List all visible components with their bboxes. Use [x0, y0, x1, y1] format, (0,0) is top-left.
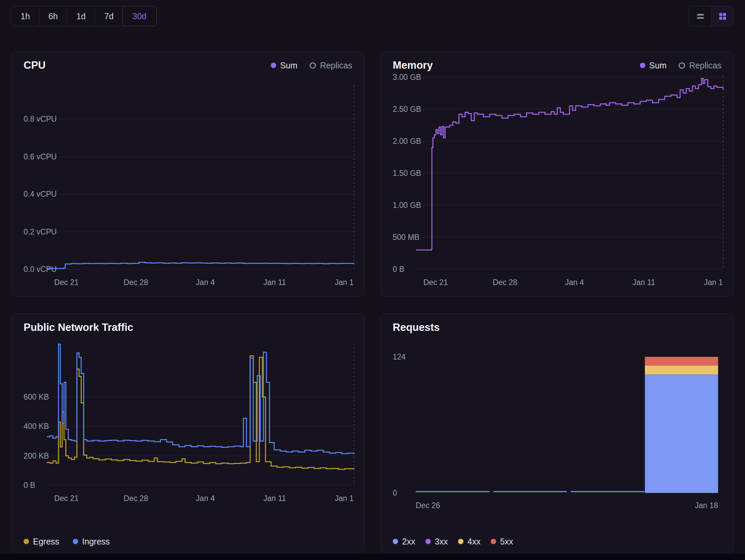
bottom-strip — [0, 554, 745, 560]
svg-text:0.2 vCPU: 0.2 vCPU — [24, 227, 57, 236]
svg-text:1.50 GB: 1.50 GB — [393, 169, 421, 178]
egress-dot-icon — [24, 539, 29, 544]
svg-text:Jan 11: Jan 11 — [633, 278, 655, 287]
svg-text:0 B: 0 B — [24, 481, 35, 490]
svg-text:Dec 21: Dec 21 — [54, 278, 79, 287]
cpu-chart[interactable]: 0.0 vCPU0.2 vCPU0.4 vCPU0.6 vCPU0.8 vCPU… — [11, 72, 364, 296]
network-traffic-title: Public Network Traffic — [24, 321, 133, 334]
requests-panel: Requests 0124Dec 26Jan 18 2xx 3xx 4xx 5x… — [380, 313, 734, 553]
status-4xx-dot-icon — [458, 539, 463, 544]
legend-4xx-label: 4xx — [467, 537, 481, 547]
toolbar: 1h 6h 1d 7d 30d — [0, 0, 745, 26]
svg-text:Dec 28: Dec 28 — [124, 494, 148, 503]
requests-title: Requests — [393, 321, 440, 334]
svg-text:Jan 11: Jan 11 — [263, 278, 286, 287]
svg-text:600 KB: 600 KB — [24, 393, 49, 401]
time-range-selector: 1h 6h 1d 7d 30d — [11, 6, 157, 26]
legend-egress[interactable]: Egress — [24, 537, 59, 547]
svg-text:0 B: 0 B — [393, 265, 404, 274]
status-5xx-dot-icon — [491, 539, 496, 544]
legend-sum-label: Sum — [649, 61, 667, 70]
svg-text:Jan 1: Jan 1 — [704, 278, 723, 287]
svg-text:0: 0 — [393, 489, 397, 497]
svg-text:0.8 vCPU: 0.8 vCPU — [24, 115, 57, 123]
svg-text:Jan 18: Jan 18 — [695, 501, 718, 510]
svg-text:Jan 4: Jan 4 — [196, 494, 215, 503]
legend-replicas[interactable]: Replicas — [679, 61, 721, 70]
legend-sum[interactable]: Sum — [640, 61, 667, 70]
range-button-7d[interactable]: 7d — [95, 6, 123, 26]
memory-panel-header: Memory Sum Replicas — [381, 52, 734, 72]
legend-3xx[interactable]: 3xx — [425, 537, 448, 547]
legend-sum[interactable]: Sum — [271, 61, 297, 70]
range-button-1h[interactable]: 1h — [11, 6, 39, 26]
legend-4xx[interactable]: 4xx — [458, 537, 481, 547]
legend-3xx-label: 3xx — [435, 537, 448, 547]
svg-text:0.0 vCPU: 0.0 vCPU — [24, 265, 57, 274]
legend-sum-label: Sum — [280, 61, 297, 70]
memory-legend: Sum Replicas — [640, 61, 721, 70]
list-view-button[interactable] — [689, 6, 711, 26]
status-2xx-dot-icon — [393, 539, 398, 544]
memory-panel: Memory Sum Replicas 0 B500 MB1.00 GB1.50… — [380, 51, 734, 297]
legend-ingress-label: Ingress — [82, 537, 110, 547]
list-view-icon — [696, 12, 705, 21]
legend-egress-label: Egress — [33, 537, 59, 547]
svg-text:Dec 21: Dec 21 — [423, 278, 448, 287]
svg-text:400 KB: 400 KB — [24, 422, 49, 431]
svg-text:Dec 28: Dec 28 — [493, 278, 517, 287]
cpu-legend: Sum Replicas — [271, 61, 352, 70]
legend-5xx-label: 5xx — [500, 537, 513, 547]
svg-text:3.00 GB: 3.00 GB — [393, 73, 421, 82]
svg-text:Jan 1: Jan 1 — [335, 494, 354, 503]
cpu-title: CPU — [24, 59, 45, 71]
sum-dot-icon — [271, 63, 276, 68]
legend-replicas-label: Replicas — [689, 61, 721, 70]
charts-grid: CPU Sum Replicas 0.0 vCPU0.2 vCPU0.4 vCP… — [0, 51, 745, 553]
network-traffic-chart[interactable]: 0 B200 KB400 KB600 KBDec 21Dec 28Jan 4Ja… — [11, 334, 364, 531]
svg-text:Jan 11: Jan 11 — [263, 494, 286, 503]
replicas-ring-icon — [310, 62, 316, 69]
svg-text:Jan 4: Jan 4 — [565, 278, 584, 287]
svg-text:Dec 21: Dec 21 — [54, 494, 79, 503]
svg-text:Dec 28: Dec 28 — [124, 278, 148, 287]
svg-text:0.4 vCPU: 0.4 vCPU — [24, 190, 57, 198]
ingress-dot-icon — [73, 539, 78, 544]
legend-2xx[interactable]: 2xx — [393, 537, 415, 547]
svg-text:2.50 GB: 2.50 GB — [393, 105, 421, 114]
memory-title: Memory — [393, 59, 433, 71]
network-traffic-header: Public Network Traffic — [11, 314, 364, 334]
legend-2xx-label: 2xx — [402, 537, 415, 547]
cpu-panel-header: CPU Sum Replicas — [11, 52, 364, 72]
svg-text:500 MB: 500 MB — [393, 233, 419, 242]
network-traffic-panel: Public Network Traffic 0 B200 KB400 KB60… — [11, 313, 365, 553]
legend-5xx[interactable]: 5xx — [491, 537, 513, 547]
requests-chart[interactable]: 0124Dec 26Jan 18 — [381, 334, 734, 531]
svg-text:Dec 26: Dec 26 — [416, 501, 440, 510]
grid-view-icon — [718, 12, 727, 21]
network-traffic-legend: Egress Ingress — [11, 531, 364, 552]
svg-text:0.6 vCPU: 0.6 vCPU — [24, 152, 57, 161]
range-button-6h[interactable]: 6h — [39, 6, 67, 26]
svg-text:Jan 4: Jan 4 — [196, 278, 215, 287]
svg-text:1.00 GB: 1.00 GB — [393, 201, 421, 210]
legend-replicas[interactable]: Replicas — [310, 61, 352, 70]
legend-replicas-label: Replicas — [320, 61, 352, 70]
requests-header: Requests — [381, 314, 734, 334]
sum-dot-icon — [640, 63, 645, 68]
range-button-1d[interactable]: 1d — [67, 6, 95, 26]
range-button-30d[interactable]: 30d — [122, 6, 157, 26]
grid-view-button[interactable] — [711, 6, 734, 26]
svg-text:2.00 GB: 2.00 GB — [393, 137, 421, 146]
requests-legend: 2xx 3xx 4xx 5xx — [381, 531, 734, 552]
view-toggle — [689, 6, 734, 26]
svg-text:200 KB: 200 KB — [24, 452, 49, 460]
legend-ingress[interactable]: Ingress — [73, 537, 110, 547]
svg-text:Jan 1: Jan 1 — [335, 278, 354, 287]
svg-text:124: 124 — [393, 352, 406, 361]
cpu-panel: CPU Sum Replicas 0.0 vCPU0.2 vCPU0.4 vCP… — [11, 51, 365, 297]
memory-chart[interactable]: 0 B500 MB1.00 GB1.50 GB2.00 GB2.50 GB3.0… — [381, 72, 734, 296]
status-3xx-dot-icon — [425, 539, 431, 544]
replicas-ring-icon — [679, 62, 685, 69]
